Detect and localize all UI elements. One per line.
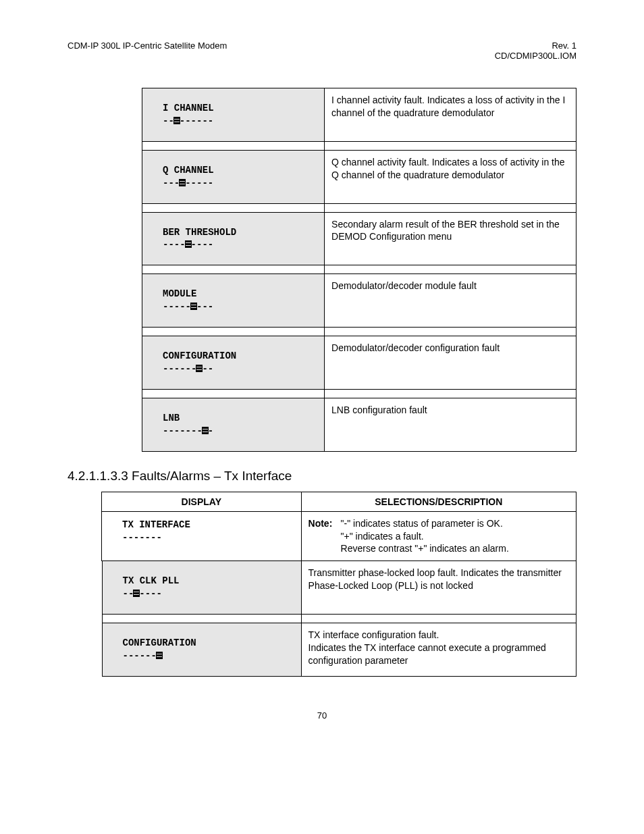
table-row: I CHANNEL--------I channel activity faul… [142,88,576,142]
display-label: CONFIGURATION [149,350,317,363]
page-number: 70 [68,710,576,721]
display-label: MODULE [149,288,317,301]
desc-cell: Transmitter phase-locked loop fault. Ind… [301,561,576,615]
note-body: "-" indicates status of parameter is OK.… [341,517,564,556]
display-label: LNB [149,412,317,425]
display-indicator: ------- [109,531,294,544]
header-left: CDM-IP 300L IP-Centric Satellite Modem [68,41,227,61]
display-indicator: -------- [149,425,317,438]
display-cell: CONFIGURATION-------- [142,336,325,390]
display-indicator: -------- [149,115,317,128]
desc-cell: Demodulator/decoder configuration fault [325,336,576,390]
desc-cell: Demodulator/decoder module fault [325,274,576,328]
table-row: CONFIGURATION------TX interface configur… [102,623,576,677]
display-indicator: ------ [109,588,294,600]
display-label: TX INTERFACE [109,519,294,531]
desc-cell: Secondary alarm result of the BER thresh… [325,212,576,265]
section-heading: 4.2.1.1.3.3 Faults/Alarms – Tx Interface [68,469,576,484]
header-right: Rev. 1 CD/CDMIP300L.IOM [495,41,576,61]
desc-cell: I channel activity fault. Indicates a lo… [325,88,576,142]
col-display: DISPLAY [102,492,302,511]
header-doc: CD/CDMIP300L.IOM [495,51,576,61]
desc-cell: Note:"-" indicates status of parameter i… [301,511,576,561]
display-label: I CHANNEL [149,102,317,115]
display-label: Q CHANNEL [149,164,317,177]
page-header: CDM-IP 300L IP-Centric Satellite Modem R… [68,41,576,61]
display-cell: CONFIGURATION------ [102,623,301,677]
table-row: CONFIGURATION--------Demodulator/decoder… [142,336,576,390]
note-label: Note: [308,517,341,530]
table-row: Q CHANNEL--------Q channel activity faul… [142,150,576,203]
display-cell: I CHANNEL-------- [142,88,325,142]
desc-cell: TX interface configuration fault.Indicat… [301,623,576,677]
faults-table-1: I CHANNEL--------I channel activity faul… [142,88,576,452]
table-row: TX CLK PLL------Transmitter phase-locked… [102,561,576,615]
display-indicator: ------ [109,650,294,662]
display-indicator: -------- [149,177,317,190]
desc-cell: LNB configuration fault [325,398,576,451]
display-label: TX CLK PLL [109,575,294,588]
faults-table-2: DISPLAY SELECTIONS/DESCRIPTION TX INTERF… [101,492,576,677]
table-row: BER THRESHOLD--------Secondary alarm res… [142,212,576,265]
display-indicator: -------- [149,363,317,375]
display-cell: BER THRESHOLD-------- [142,212,325,265]
desc-cell: Q channel activity fault. Indicates a lo… [325,150,576,203]
col-desc: SELECTIONS/DESCRIPTION [301,492,576,511]
display-label: BER THRESHOLD [149,226,317,239]
section-title: Faults/Alarms – Tx Interface [132,469,292,483]
display-label: CONFIGURATION [109,637,294,650]
display-cell: TX CLK PLL------ [102,561,301,615]
table-row: MODULE--------Demodulator/decoder module… [142,274,576,328]
display-indicator: -------- [149,238,317,251]
display-cell: Q CHANNEL-------- [142,150,325,203]
display-cell: MODULE-------- [142,274,325,328]
table-row: LNB--------LNB configuration fault [142,398,576,451]
table-row: TX INTERFACE-------Note:"-" indicates st… [102,511,576,561]
display-indicator: -------- [149,301,317,313]
header-rev: Rev. 1 [495,41,576,51]
display-cell: TX INTERFACE------- [102,511,302,561]
display-cell: LNB-------- [142,398,325,451]
section-number: 4.2.1.1.3.3 [68,469,128,483]
